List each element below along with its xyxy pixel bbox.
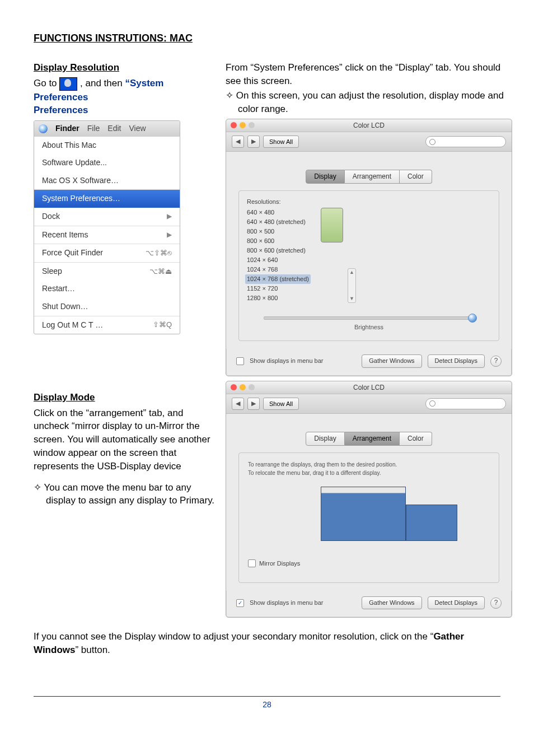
menu-dock[interactable]: Dock▶ (34, 208, 180, 226)
scrollbar[interactable]: ▲▼ (348, 268, 356, 303)
menubar-file: File (87, 123, 100, 134)
bullet-adjust-resolution: On this screen, you can adjust the resol… (226, 89, 512, 116)
secondary-monitor-icon[interactable] (406, 505, 457, 541)
menubar-view: View (129, 123, 146, 134)
resolution-option[interactable]: 640 × 480 (247, 208, 311, 217)
show-in-menubar-checkbox[interactable]: ✓ (236, 599, 244, 607)
menu-force-quit[interactable]: Force Quit Finder⌥⇧⌘⎋ (34, 244, 180, 262)
forward-button[interactable]: ▶ (247, 136, 260, 148)
resolution-option[interactable]: 1280 × 800 (247, 293, 311, 303)
menu-osx-software[interactable]: Mac OS X Software… (34, 172, 180, 190)
window-title: Color LCD (353, 384, 385, 391)
menu-restart[interactable]: Restart… (34, 280, 180, 298)
resolutions-label: Resolutions: (247, 198, 491, 206)
chevron-right-icon: ▶ (167, 230, 172, 240)
menu-sleep[interactable]: Sleep⌥⌘⏏ (34, 262, 180, 281)
menu-recent-items[interactable]: Recent Items▶ (34, 226, 180, 244)
menu-shutdown[interactable]: Shut Down… (34, 298, 180, 316)
apple-icon (39, 124, 48, 133)
menu-about-this-mac[interactable]: About This Mac (34, 137, 180, 155)
resolution-option[interactable]: 1024 × 768 (247, 265, 311, 274)
text: Go to (34, 78, 59, 88)
minimize-icon[interactable] (240, 384, 246, 390)
tab-bar: Display Arrangement Color (238, 424, 499, 446)
help-icon[interactable]: ? (490, 356, 502, 367)
display-mode-paragraph: Click on the “arrangement” tab, and unch… (34, 407, 216, 473)
closing-paragraph: If you cannot see the Display window to … (34, 630, 500, 657)
show-all-button[interactable]: Show All (263, 136, 299, 148)
preferences-text: Preferences (34, 104, 216, 117)
zoom-icon[interactable] (249, 122, 255, 128)
back-button[interactable]: ◀ (232, 398, 244, 410)
close-icon[interactable] (231, 122, 237, 128)
resolution-list[interactable]: 640 × 480 640 × 480 (stretched) 800 × 50… (247, 208, 311, 303)
window-titlebar: Color LCD (226, 119, 512, 132)
tab-arrangement[interactable]: Arrangement (345, 170, 400, 184)
window-toolbar: ◀ ▶ Show All (226, 132, 512, 152)
resolution-option[interactable]: 800 × 600 (stretched) (247, 246, 311, 255)
chevron-right-icon: ▶ (167, 212, 172, 221)
zoom-icon[interactable] (249, 384, 255, 390)
menubar-finder: Finder (55, 123, 79, 134)
tab-bar: Display Arrangement Color (238, 162, 499, 184)
resolution-option[interactable]: 800 × 600 (247, 236, 311, 246)
brightness-label: Brightness (247, 323, 491, 332)
keyboard-shortcut: ⌥⌘⏏ (149, 267, 172, 277)
tab-color[interactable]: Color (400, 170, 432, 184)
intro-paragraph: From “System Preferences” click on the “… (226, 61, 512, 88)
display-mode-heading: Display Mode (34, 391, 216, 404)
tab-arrangement[interactable]: Arrangement (345, 432, 400, 446)
goto-line: Go to , and then “System Preferences (34, 77, 216, 104)
page-footer: 28 (34, 696, 500, 711)
section-heading: FUNCTIONS INSTRUTIONS: MAC (34, 31, 500, 45)
resolution-option[interactable]: 800 × 500 (247, 227, 311, 236)
search-input[interactable] (425, 136, 506, 147)
text: , and then (80, 78, 125, 88)
resolution-option[interactable]: 640 × 480 (stretched) (247, 217, 311, 227)
close-icon[interactable] (231, 384, 237, 390)
resolution-option[interactable]: 1024 × 768 (stretched) (245, 274, 311, 284)
brightness-slider[interactable]: Brightness (247, 316, 491, 332)
minimize-icon[interactable] (240, 122, 246, 128)
menubar-edit: Edit (107, 123, 121, 134)
gather-windows-button[interactable]: Gather Windows (362, 354, 421, 367)
bullet-move-menubar: You can move the menu bar to any display… (34, 481, 216, 508)
window-title: Color LCD (353, 122, 385, 129)
back-button[interactable]: ◀ (232, 136, 244, 148)
forward-button[interactable]: ▶ (247, 398, 260, 410)
window-toolbar: ◀ ▶ Show All (226, 394, 512, 414)
row-display-mode: Display Mode Click on the “arrangement” … (34, 391, 500, 618)
window-titlebar: Color LCD (226, 381, 512, 394)
resolution-option[interactable]: 1024 × 640 (247, 255, 311, 265)
arrangement-hint-1: To rearrange the displays, drag them to … (248, 461, 490, 468)
search-input[interactable] (425, 398, 506, 409)
color-lcd-arrangement-window: Color LCD ◀ ▶ Show All Display Arrangeme… (226, 381, 512, 618)
detect-displays-button[interactable]: Detect Displays (428, 596, 485, 609)
show-in-menubar-checkbox[interactable] (236, 357, 244, 365)
keyboard-shortcut: ⇧⌘Q (153, 320, 172, 330)
resolution-option[interactable]: 1152 × 720 (247, 284, 311, 293)
menu-software-update[interactable]: Software Update... (34, 154, 180, 172)
gather-windows-button[interactable]: Gather Windows (362, 596, 421, 609)
menu-system-preferences[interactable]: System Preferences… (34, 189, 180, 208)
primary-monitor-icon[interactable] (321, 487, 406, 541)
display-resolution-heading: Display Resolution (34, 61, 216, 74)
page-number: 28 (263, 700, 271, 709)
mirror-displays-label: Mirror Displays (259, 559, 300, 568)
tab-display[interactable]: Display (306, 432, 344, 446)
color-lcd-display-window: Color LCD ◀ ▶ Show All Display Arrangeme… (226, 119, 512, 376)
display-arrangement-area[interactable] (248, 487, 490, 548)
mirror-displays-checkbox[interactable] (248, 559, 256, 567)
menu-logout[interactable]: Log Out M C T …⇧⌘Q (34, 316, 180, 334)
row-display-resolution: Display Resolution Go to , and then “Sys… (34, 61, 500, 376)
help-icon[interactable]: ? (490, 598, 502, 609)
keyboard-shortcut: ⌥⇧⌘⎋ (146, 248, 172, 258)
arrangement-hint-2: To relocate the menu bar, drag it to a d… (248, 469, 490, 477)
tab-color[interactable]: Color (400, 432, 432, 446)
apple-logo-icon (59, 77, 77, 91)
tab-display[interactable]: Display (306, 170, 344, 184)
apple-menu-screenshot: Finder File Edit View About This Mac Sof… (34, 120, 180, 334)
show-in-menubar-label: Show displays in menu bar (250, 357, 323, 365)
show-all-button[interactable]: Show All (263, 398, 299, 410)
detect-displays-button[interactable]: Detect Displays (428, 354, 485, 367)
